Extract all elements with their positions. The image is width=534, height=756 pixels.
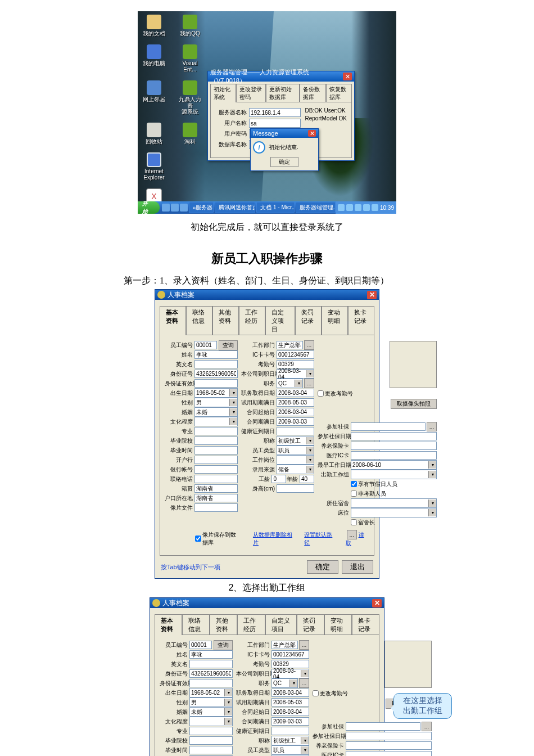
tab-cardlog[interactable]: 换卡记录 — [352, 614, 379, 635]
iccard-input[interactable] — [277, 350, 314, 359]
dormhead-checkbox[interactable]: 宿舍长 — [351, 519, 375, 526]
tab-workexp[interactable]: 工作经历 — [237, 614, 265, 635]
marry-select[interactable]: 未婚▾ — [189, 707, 233, 717]
dept-input[interactable] — [271, 641, 298, 649]
idno-input[interactable] — [194, 370, 238, 378]
tray-icon[interactable] — [355, 204, 361, 211]
birth-select[interactable]: 1968-05-02▾ — [194, 388, 238, 398]
icon-visualent[interactable]: Visual Ent... — [177, 44, 203, 73]
tab-other[interactable]: 其他资料 — [212, 306, 239, 335]
birth-select[interactable]: 1968-05-02▾ — [189, 688, 233, 698]
title-select[interactable]: 初级技工▾ — [271, 736, 309, 745]
emptype-select[interactable]: 职员▾ — [271, 745, 309, 755]
emptype-select[interactable]: 职员▾ — [277, 446, 314, 455]
icon-ie[interactable]: Internet Explorer — [141, 152, 167, 181]
socdate-input[interactable] — [346, 732, 432, 740]
tab-change-pwd[interactable]: 更改登录密码 — [236, 84, 266, 102]
taskbar-item-browser[interactable]: 腾讯网迷你首页 — [215, 202, 256, 213]
quick-launch-icon[interactable] — [162, 204, 170, 212]
ename-input[interactable] — [189, 660, 233, 668]
mic-input[interactable] — [346, 751, 432, 756]
emp-no-input[interactable] — [194, 341, 217, 349]
read-browse-button[interactable]: … — [347, 530, 357, 539]
user-name-input[interactable] — [249, 119, 301, 128]
close-icon[interactable]: ✕ — [367, 291, 377, 299]
close-icon[interactable]: ✕ — [308, 130, 316, 137]
jobdate-input[interactable] — [277, 389, 314, 397]
acct-input[interactable] — [194, 465, 238, 474]
change-attno-checkbox[interactable]: 更改考勤号 — [313, 690, 348, 698]
idno-input[interactable] — [189, 669, 233, 678]
icon-recycle-bin[interactable]: 回收站 — [141, 123, 167, 145]
tenure-input[interactable] — [271, 475, 286, 483]
soc-input[interactable] — [346, 722, 420, 731]
tab-basic-info[interactable]: 基本资料 — [155, 614, 182, 635]
icon-my-computer[interactable]: 我的电脑 — [141, 44, 167, 73]
school-input[interactable] — [194, 436, 238, 445]
sex-select[interactable]: 男▾ — [189, 698, 233, 707]
gradtime-input[interactable] — [194, 446, 238, 454]
taskbar-item-servermgr[interactable]: 服务器端管理... — [296, 202, 336, 213]
msgbox-ok-button[interactable]: 确定 — [270, 157, 298, 167]
soc-browse-button[interactable]: … — [422, 722, 432, 731]
ok-button[interactable]: 确定 — [307, 560, 338, 574]
dorm-select[interactable]: ▾ — [351, 498, 437, 508]
gradtime-input[interactable] — [189, 746, 233, 754]
tab-changes[interactable]: 变动明细 — [324, 614, 352, 635]
sex-select[interactable]: 男▾ — [194, 398, 238, 407]
edu-select[interactable]: ▾ — [194, 417, 238, 426]
camera-button[interactable]: 取摄像头拍照 — [391, 399, 437, 409]
tray-icon[interactable] — [338, 204, 345, 211]
icon-hr-system[interactable]: 九鼎人力资 源系统 — [177, 80, 203, 115]
hr-dialog-titlebar[interactable]: 人事档案 ✕ — [150, 598, 384, 608]
tab-cardlog[interactable]: 换卡记录 — [348, 306, 374, 335]
name-input[interactable] — [194, 350, 238, 359]
post-select[interactable]: ▾ — [277, 455, 314, 465]
tab-custom[interactable]: 自定义项目 — [265, 306, 295, 335]
cstart-input[interactable] — [271, 708, 309, 716]
health-input[interactable] — [277, 427, 314, 435]
iccard-input[interactable] — [271, 650, 309, 659]
height-input[interactable] — [277, 484, 314, 493]
job-browse-button[interactable]: … — [304, 379, 314, 388]
hukou-input[interactable] — [194, 494, 238, 502]
name-input[interactable] — [189, 650, 233, 659]
change-attno-checkbox[interactable]: 更改考勤号 — [318, 390, 353, 398]
hire-select[interactable]: 2008-03-04▾ — [271, 669, 309, 678]
cstart-input[interactable] — [277, 408, 314, 416]
icon-my-documents[interactable]: 我的文档 — [141, 15, 167, 37]
attgroup-select[interactable]: ▾ — [351, 470, 437, 479]
quick-launch-icon[interactable] — [171, 204, 179, 212]
idexp-input[interactable] — [189, 679, 233, 687]
edu-select[interactable]: ▾ — [189, 717, 233, 726]
pension-input[interactable] — [351, 442, 437, 450]
ename-input[interactable] — [194, 360, 238, 368]
exit-button[interactable]: 退出 — [342, 560, 373, 574]
tray-icon[interactable] — [363, 204, 370, 211]
quick-launch-icon[interactable] — [180, 204, 188, 212]
close-icon[interactable]: ✕ — [372, 599, 382, 608]
nonatt-checkbox[interactable]: 非考勤人员 — [351, 490, 386, 498]
school-input[interactable] — [189, 736, 233, 745]
cend-input[interactable] — [277, 417, 314, 426]
native-input[interactable] — [194, 484, 238, 493]
health-input[interactable] — [271, 727, 309, 735]
job-select[interactable]: QC▾ — [271, 678, 298, 688]
dept-input[interactable] — [277, 341, 303, 349]
source-select[interactable]: 储备▾ — [277, 465, 314, 474]
tab-update-db[interactable]: 更新初始数据库 — [266, 84, 300, 102]
tray-icon[interactable] — [346, 204, 353, 211]
tab-init-system[interactable]: 初始化系统 — [210, 84, 236, 102]
bank-input[interactable] — [194, 456, 238, 464]
firstday-select[interactable]: 2008-06-10▾ — [351, 460, 437, 470]
close-icon[interactable]: ✕ — [343, 73, 352, 80]
socdate-input[interactable] — [351, 432, 437, 440]
tab-basic-info[interactable]: 基本资料 — [160, 306, 186, 335]
taskbar-item-server[interactable]: »服务器 — [189, 202, 214, 213]
query-button[interactable]: 查询 — [219, 340, 238, 350]
tab-other[interactable]: 其他资料 — [210, 614, 237, 635]
save-photo-checkbox[interactable]: 像片保存到数据库 — [195, 531, 242, 547]
icon-network[interactable]: 网上邻居 — [141, 80, 167, 115]
emp-no-input[interactable] — [189, 641, 212, 649]
soc-input[interactable] — [351, 422, 426, 431]
